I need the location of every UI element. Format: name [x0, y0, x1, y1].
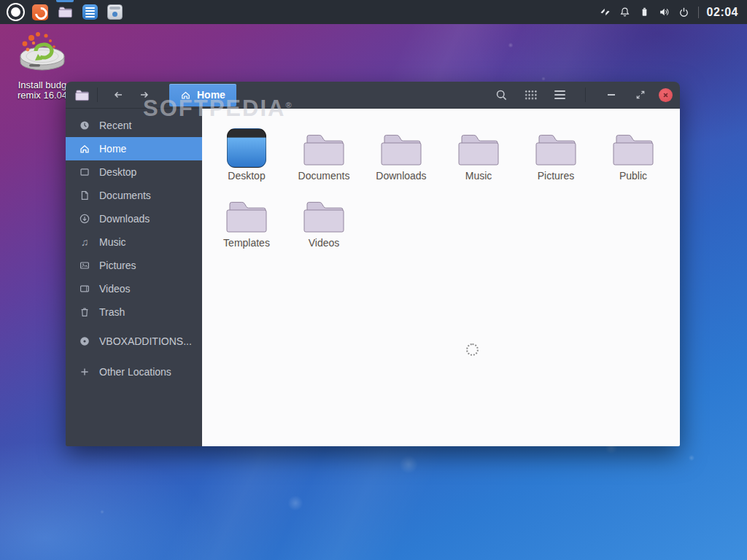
folder-label: Templates	[223, 237, 270, 250]
sidebar-item-label: Music	[99, 236, 126, 248]
home-icon	[79, 143, 90, 155]
sidebar-item-videos[interactable]: Videos	[66, 277, 202, 300]
battery-icon[interactable]	[639, 7, 651, 18]
home-icon	[180, 90, 191, 101]
notifications-bell-icon[interactable]	[619, 7, 631, 18]
download-icon	[79, 213, 90, 225]
software-taskbar-button[interactable]	[102, 0, 127, 24]
window-files-icon	[74, 89, 90, 101]
system-tray: 02:04	[600, 0, 747, 24]
folder-icon	[533, 131, 578, 168]
music-note-icon: ♫	[79, 236, 90, 248]
sidebar-item-recent[interactable]: Recent	[66, 114, 202, 137]
folder-downloads[interactable]: Downloads	[363, 116, 440, 183]
grid-view-button[interactable]	[519, 84, 541, 106]
minimize-button[interactable]	[600, 84, 622, 106]
titlebar-separator	[97, 88, 98, 102]
titlebar-separator-2	[585, 88, 586, 102]
forward-button[interactable]	[133, 84, 155, 106]
sidebar-item-pictures[interactable]: Pictures	[66, 254, 202, 277]
folder-music[interactable]: Music	[440, 116, 517, 183]
folder-videos[interactable]: Videos	[285, 183, 363, 250]
search-icon	[495, 89, 508, 101]
sidebar-item-home[interactable]: Home	[66, 137, 202, 160]
files-taskbar-button[interactable]	[53, 0, 77, 24]
folder-documents[interactable]: Documents	[285, 116, 363, 183]
sidebar-item-label: Other Locations	[99, 366, 171, 378]
network-icon[interactable]	[600, 7, 611, 18]
sidebar-item-label: Desktop	[99, 166, 136, 178]
folder-icon	[224, 198, 269, 235]
tray-separator	[698, 7, 699, 18]
desktop-screen: Install budg remix 16.04	[0, 0, 747, 560]
folder-label: Downloads	[376, 170, 426, 183]
sidebar-item-downloads[interactable]: Downloads	[66, 207, 202, 230]
picture-icon	[79, 260, 90, 271]
folder-icon	[301, 131, 347, 168]
places-sidebar: Recent Home Desktop	[66, 109, 202, 446]
window-titlebar[interactable]: Home	[66, 82, 680, 109]
top-panel: 02:04	[0, 0, 747, 24]
install-drive-icon	[13, 29, 71, 77]
software-icon	[107, 4, 123, 20]
sidebar-item-label: Videos	[99, 283, 131, 295]
folder-icon	[379, 131, 424, 168]
budgie-menu-icon	[7, 3, 25, 21]
active-window-indicator	[56, 0, 74, 2]
minimize-icon	[608, 94, 615, 96]
loading-spinner-icon	[466, 343, 479, 356]
restore-icon	[635, 90, 646, 100]
location-tab-home[interactable]: Home	[169, 84, 236, 106]
folder-desktop[interactable]: Desktop	[208, 116, 285, 183]
sidebar-item-label: Documents	[99, 190, 151, 201]
restore-button[interactable]	[630, 84, 651, 106]
folder-public[interactable]: Public	[595, 116, 672, 183]
folder-label: Documents	[298, 170, 350, 183]
sidebar-item-desktop[interactable]: Desktop	[66, 160, 202, 184]
close-button[interactable]	[659, 88, 673, 102]
back-button[interactable]	[107, 84, 129, 106]
folder-label: Pictures	[538, 170, 575, 183]
close-icon	[660, 90, 671, 101]
sidebar-item-trash[interactable]: Trash	[66, 300, 202, 324]
location-tab-label: Home	[197, 89, 225, 101]
menu-button[interactable]	[549, 84, 570, 106]
trash-icon	[79, 306, 90, 318]
desktop-special-icon	[227, 128, 266, 168]
power-icon[interactable]	[678, 7, 690, 18]
folder-templates[interactable]: Templates	[208, 183, 285, 250]
search-button[interactable]	[490, 84, 512, 106]
hamburger-menu-icon	[554, 90, 565, 99]
folder-icon	[456, 131, 501, 168]
folder-icon	[611, 131, 656, 168]
text-editor-taskbar-button[interactable]	[77, 0, 102, 24]
budgie-welcome-icon	[32, 4, 48, 20]
sidebar-item-documents[interactable]: Documents	[66, 184, 202, 207]
volume-icon[interactable]	[659, 7, 670, 18]
folder-label: Videos	[309, 237, 340, 250]
desktop-icon	[79, 166, 90, 178]
text-editor-icon	[82, 4, 98, 20]
sidebar-item-label: Pictures	[99, 260, 136, 271]
recent-clock-icon	[79, 120, 90, 131]
sidebar-item-music[interactable]: ♫ Music	[66, 230, 202, 254]
grid-view-icon	[525, 90, 537, 100]
sidebar-item-label: Downloads	[99, 213, 150, 225]
folder-label: Desktop	[228, 170, 265, 183]
video-icon	[79, 283, 90, 295]
plus-icon	[79, 366, 90, 378]
folder-pictures[interactable]: Pictures	[517, 116, 595, 183]
sidebar-item-vboxadditions[interactable]: VBOXADDITIONS...	[66, 330, 202, 353]
sidebar-item-label: Recent	[99, 120, 131, 131]
panel-clock[interactable]: 02:04	[707, 6, 738, 19]
files-icon	[58, 6, 73, 18]
budgie-welcome-button[interactable]	[28, 0, 53, 24]
sidebar-item-other-locations[interactable]: Other Locations	[66, 360, 202, 384]
sidebar-item-label: Trash	[99, 306, 125, 318]
budgie-menu-button[interactable]	[3, 0, 28, 24]
sidebar-item-label: VBOXADDITIONS...	[99, 335, 192, 347]
files-window: Home	[66, 82, 680, 446]
document-icon	[79, 190, 90, 201]
folder-view[interactable]: Desktop Documents Do	[202, 109, 680, 446]
folder-label: Music	[465, 170, 492, 183]
